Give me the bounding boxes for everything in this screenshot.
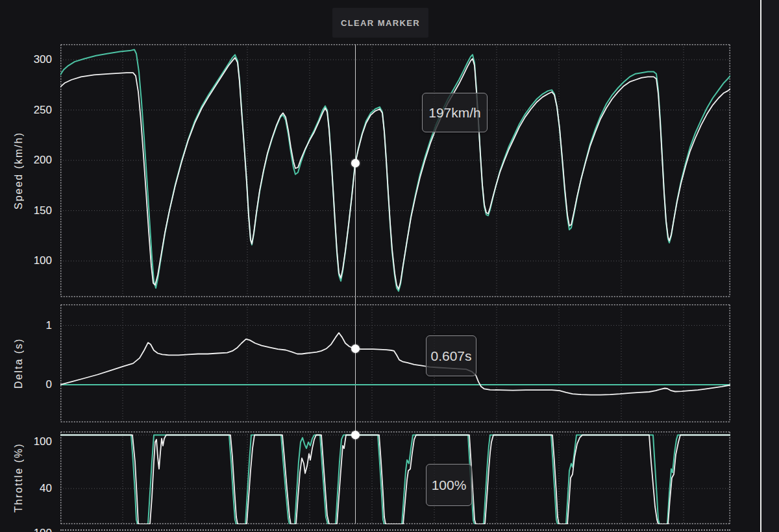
y-tick-label: 100 [21, 254, 52, 267]
delta-chart-svg [60, 304, 730, 422]
comparison-lap-delta-trace [60, 333, 730, 395]
y-tick-label: 100 [21, 435, 52, 448]
next-chart-tick-label: 100 [21, 527, 52, 532]
y-tick-label: 200 [21, 154, 52, 167]
right-panel [761, 0, 779, 532]
delta-chart[interactable] [60, 304, 730, 422]
comparison-lap-speed-trace [60, 58, 730, 289]
telemetry-app: CLEAR MARKER Speed (km/h) Delta (s) Thro… [0, 0, 779, 532]
throttle-chart-svg [60, 431, 730, 524]
delta-marker-dot [351, 345, 360, 353]
delta-tooltip: 0.607s [426, 335, 476, 376]
throttle-chart[interactable] [60, 431, 730, 524]
y-tick-label: 300 [21, 53, 52, 66]
vertical-scrollbar[interactable] [760, 0, 761, 532]
speed-tooltip: 197km/h [422, 93, 488, 132]
clear-marker-button[interactable]: CLEAR MARKER [332, 8, 428, 38]
y-tick-label: 0 [21, 378, 52, 391]
y-tick-label: 40 [21, 482, 52, 495]
y-tick-label: 1 [21, 319, 52, 332]
speed-chart[interactable] [60, 44, 730, 297]
next-chart-top-border [60, 529, 730, 531]
speed-chart-svg [60, 44, 730, 297]
comparison-lap-throttle-trace [60, 435, 730, 525]
throttle-tooltip: 100% [426, 464, 472, 506]
y-tick-label: 150 [21, 204, 52, 217]
y-tick-label: 250 [21, 104, 52, 117]
throttle-marker-dot [351, 431, 360, 439]
